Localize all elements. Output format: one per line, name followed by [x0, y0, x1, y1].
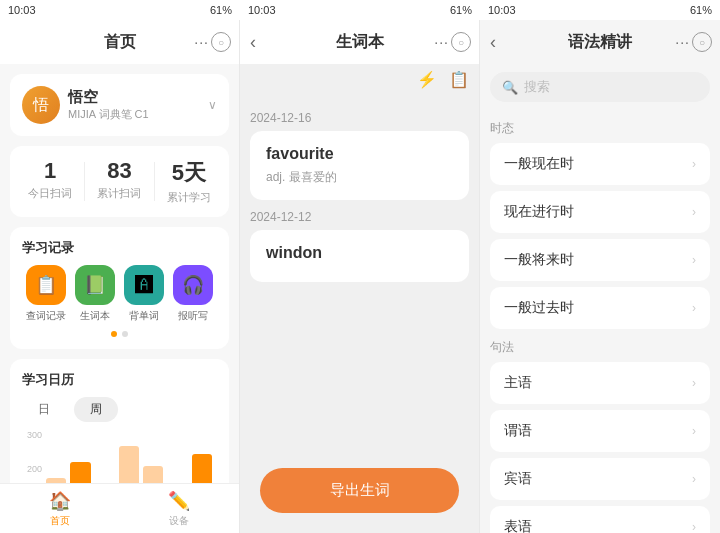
- record-item-tingxie[interactable]: 🎧 报听写: [173, 265, 213, 323]
- grammar-section-syntax: 句法: [490, 339, 710, 356]
- chaoci-label: 查词记录: [26, 309, 66, 323]
- grammar-label-biny: 宾语: [504, 470, 532, 488]
- status-right-2: 61%: [400, 0, 480, 20]
- search-box[interactable]: 🔍 搜索: [490, 72, 710, 102]
- stat-divider-2: [154, 162, 155, 201]
- tingxie-icon: 🎧: [173, 265, 213, 305]
- bar-1: [46, 478, 66, 483]
- search-icon: 🔍: [502, 80, 518, 95]
- grammar-label-1: 现在进行时: [504, 203, 574, 221]
- nav-home-label: 首页: [50, 514, 70, 528]
- record-item-beidan[interactable]: 🅰 背单词: [124, 265, 164, 323]
- export-icon[interactable]: 📋: [449, 70, 469, 89]
- stat-today-value: 1: [28, 158, 72, 184]
- chevron-icon-wey: ›: [692, 424, 696, 438]
- battery-2: 61%: [450, 4, 472, 16]
- shengci-icon: 📗: [75, 265, 115, 305]
- user-left: 悟 悟空 MIJIA 词典笔 C1: [22, 86, 149, 124]
- home-content: 悟 悟空 MIJIA 词典笔 C1 ∨ 1 今日扫词 83: [0, 64, 239, 483]
- chart-bars: [46, 430, 212, 483]
- record-icons: 📋 查词记录 📗 生词本 🅰 背单词 🎧 报听写: [22, 265, 217, 323]
- stat-days-value: 5天: [167, 158, 211, 188]
- grammar-item-1[interactable]: 现在进行时 ›: [490, 191, 710, 233]
- search-placeholder[interactable]: 搜索: [524, 78, 550, 96]
- bar-2: [70, 462, 90, 483]
- home-circle-btn[interactable]: ○: [211, 32, 231, 52]
- grammar-item-wey[interactable]: 谓语 ›: [490, 410, 710, 452]
- calendar-tabs: 日 周: [22, 397, 217, 422]
- chevron-icon-zhuy: ›: [692, 376, 696, 390]
- tingxie-label: 报听写: [178, 309, 208, 323]
- status-left-2: 10:03: [240, 0, 320, 20]
- record-item-chaoci[interactable]: 📋 查词记录: [26, 265, 66, 323]
- tab-week[interactable]: 周: [74, 397, 118, 422]
- user-card: 悟 悟空 MIJIA 词典笔 C1 ∨: [10, 74, 229, 136]
- vocab-circle-icon: ○: [458, 37, 464, 48]
- grammar-item-0[interactable]: 一般现在时 ›: [490, 143, 710, 185]
- grammar-label-3: 一般过去时: [504, 299, 574, 317]
- status-left-1: 10:03: [0, 0, 80, 20]
- grammar-circle-btn[interactable]: ○: [692, 32, 712, 52]
- stat-today: 1 今日扫词: [28, 158, 72, 205]
- user-name: 悟空: [68, 88, 149, 107]
- home-nav-icon: 🏠: [49, 490, 71, 512]
- y-label-200: 200: [27, 464, 42, 474]
- time-1: 10:03: [8, 4, 36, 16]
- chevron-icon-3: ›: [692, 301, 696, 315]
- grammar-label-2: 一般将来时: [504, 251, 574, 269]
- home-header: 首页 ··· ○: [0, 20, 239, 64]
- user-device: MIJIA 词典笔 C1: [68, 107, 149, 122]
- grammar-more-btn[interactable]: ···: [675, 34, 690, 50]
- chevron-icon-0: ›: [692, 157, 696, 171]
- y-label-300: 300: [27, 430, 42, 440]
- word-title-windon: windon: [266, 244, 453, 262]
- stats-card: 1 今日扫词 83 累计扫词 5天 累计学习: [10, 146, 229, 217]
- chart-area: 300 200 100: [22, 430, 217, 483]
- grammar-item-zhuy[interactable]: 主语 ›: [490, 362, 710, 404]
- status-right-1: 61%: [160, 0, 240, 20]
- nav-device[interactable]: ✏️ 设备: [120, 484, 240, 533]
- date-label-1: 2024-12-16: [250, 111, 469, 125]
- vocab-back-btn[interactable]: ‹: [250, 32, 256, 53]
- dot-2: [122, 331, 128, 337]
- stat-days-label: 累计学习: [167, 190, 211, 205]
- grammar-label-0: 一般现在时: [504, 155, 574, 173]
- grammar-panel: ‹ 语法精讲 ··· ○ 🔍 搜索 时态 一般现在时 › 现在进行时 ›: [480, 20, 720, 533]
- record-item-shengci[interactable]: 📗 生词本: [75, 265, 115, 323]
- word-card-windon[interactable]: windon: [250, 230, 469, 282]
- circle-icon: ○: [218, 37, 224, 48]
- vocab-more-btn[interactable]: ···: [434, 34, 449, 50]
- grammar-item-3[interactable]: 一般过去时 ›: [490, 287, 710, 329]
- nav-home[interactable]: 🏠 首页: [0, 484, 120, 533]
- home-panel: 首页 ··· ○ 悟 悟空 MIJIA 词典笔 C1 ∨: [0, 20, 240, 533]
- date-label-2: 2024-12-12: [250, 210, 469, 224]
- dropdown-icon[interactable]: ∨: [208, 98, 217, 112]
- bottom-nav: 🏠 首页 ✏️ 设备: [0, 483, 239, 533]
- section-calendar-title: 学习日历: [22, 371, 217, 389]
- filter-icon[interactable]: ⚡: [417, 70, 437, 89]
- chevron-icon-biay: ›: [692, 520, 696, 533]
- grammar-item-biny[interactable]: 宾语 ›: [490, 458, 710, 500]
- avatar: 悟: [22, 86, 60, 124]
- stat-days: 5天 累计学习: [167, 158, 211, 205]
- grammar-back-btn[interactable]: ‹: [490, 32, 496, 53]
- vocab-circle-btn[interactable]: ○: [451, 32, 471, 52]
- chart-y-labels: 300 200 100: [27, 430, 42, 483]
- grammar-label-biay: 表语: [504, 518, 532, 533]
- stat-total-label: 累计扫词: [97, 186, 141, 201]
- home-more-btn[interactable]: ···: [194, 34, 209, 50]
- chevron-icon-1: ›: [692, 205, 696, 219]
- word-card-favourite[interactable]: favourite adj. 最喜爱的: [250, 131, 469, 200]
- beidan-label: 背单词: [129, 309, 159, 323]
- export-btn[interactable]: 导出生词: [260, 468, 459, 513]
- vocab-toolbar: ⚡ 📋: [240, 64, 479, 95]
- tab-day[interactable]: 日: [22, 397, 66, 422]
- chevron-icon-2: ›: [692, 253, 696, 267]
- grammar-item-2[interactable]: 一般将来时 ›: [490, 239, 710, 281]
- export-area: 导出生词: [240, 458, 479, 533]
- grammar-title: 语法精讲: [568, 32, 632, 53]
- dots-indicator: [22, 331, 217, 337]
- nav-device-label: 设备: [169, 514, 189, 528]
- grammar-item-biay[interactable]: 表语 ›: [490, 506, 710, 533]
- calendar-card: 学习日历 日 周 300 200 100: [10, 359, 229, 483]
